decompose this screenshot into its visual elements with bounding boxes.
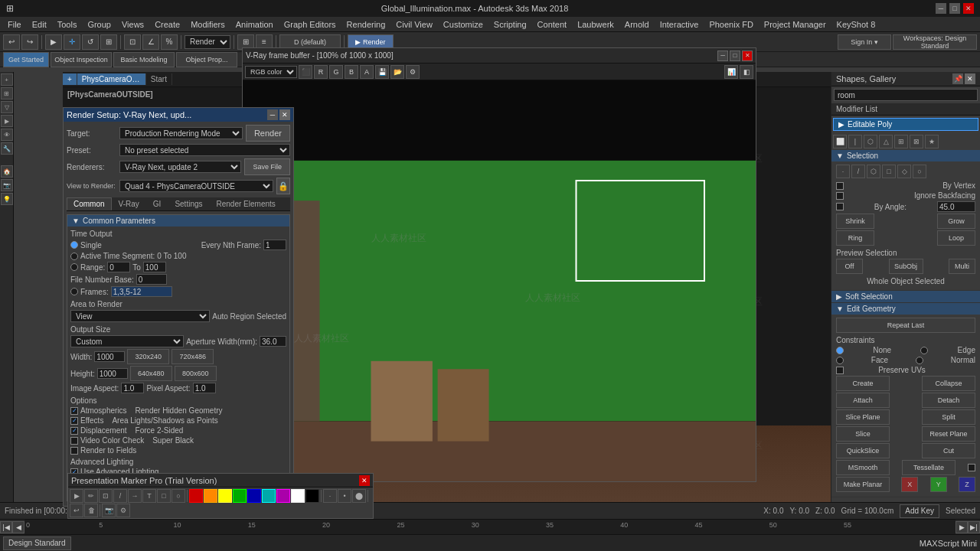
- menu-create[interactable]: Create: [150, 18, 185, 31]
- pmp-btn-arrow[interactable]: →: [128, 489, 142, 503]
- vfb-minimize[interactable]: ─: [717, 51, 728, 61]
- slice-button[interactable]: Slice: [836, 426, 890, 442]
- vfb-compare-btn[interactable]: ◧: [740, 65, 753, 79]
- attach-button[interactable]: Attach: [836, 393, 890, 408]
- loop-button[interactable]: Loop: [937, 230, 975, 246]
- rp-icon-1[interactable]: ⬜: [833, 135, 847, 148]
- renderer-combo[interactable]: V-Ray Next, update 2: [119, 161, 241, 173]
- cut-button[interactable]: Cut: [922, 443, 975, 458]
- menu-edit[interactable]: Edit: [28, 18, 51, 31]
- object-properties-tab[interactable]: Object Prop...: [176, 52, 237, 67]
- vfb-open-btn[interactable]: 📂: [390, 65, 404, 79]
- preset-combo[interactable]: No preset selected: [119, 144, 290, 156]
- selection-header[interactable]: ▼ Selection: [831, 150, 980, 161]
- menu-file[interactable]: File: [3, 18, 26, 31]
- shrink-button[interactable]: Shrink: [836, 214, 874, 229]
- redo-button[interactable]: ↪: [21, 34, 38, 50]
- basic-modeling-tab[interactable]: Basic Modeling: [113, 52, 175, 67]
- preserve-uvs-cb[interactable]: [836, 367, 844, 374]
- quickslice-button[interactable]: QuickSlice: [836, 443, 890, 458]
- sidebar-camera-icon[interactable]: 📷: [1, 179, 13, 191]
- sign-in-button[interactable]: Sign In ▾: [838, 34, 891, 50]
- sel-element-icon[interactable]: ◇: [897, 165, 911, 178]
- collapse-button[interactable]: Collapse: [922, 376, 975, 391]
- target-combo[interactable]: Production Rendering Mode: [119, 127, 243, 139]
- timeline-next-button[interactable]: ▶: [956, 521, 968, 533]
- pmp-color-blue[interactable]: [247, 489, 261, 503]
- quad-tab-start[interactable]: Start: [146, 73, 172, 85]
- effects-cb[interactable]: ✓: [70, 417, 78, 425]
- rp-icon-2[interactable]: |: [848, 135, 862, 148]
- workspace-button[interactable]: Workspaces: Design Standard: [893, 34, 977, 50]
- pmp-size-lg[interactable]: ⬤: [352, 489, 366, 503]
- range-from-input[interactable]: [107, 262, 130, 272]
- render-setup-close[interactable]: ✕: [279, 109, 290, 120]
- render-setup-minimize[interactable]: ─: [267, 109, 278, 120]
- right-panel-close[interactable]: ✕: [965, 73, 975, 84]
- pmp-color-yellow[interactable]: [218, 489, 232, 503]
- common-params-header[interactable]: ▼ Common Parameters: [67, 215, 289, 227]
- timeline-prev-button[interactable]: ◀: [12, 521, 24, 533]
- pmp-undo[interactable]: ↩: [70, 504, 83, 517]
- pmp-size-sm[interactable]: ·: [323, 489, 337, 503]
- ring-button[interactable]: Ring: [836, 230, 874, 246]
- height-input[interactable]: [97, 368, 128, 379]
- pmp-color-magenta[interactable]: [276, 489, 290, 503]
- menu-views[interactable]: Views: [117, 18, 149, 31]
- video-color-cb[interactable]: [70, 437, 78, 445]
- rp-icon-5[interactable]: ⊞: [894, 135, 908, 148]
- get-started-tab[interactable]: Get Started: [3, 52, 49, 67]
- pmp-screenshot[interactable]: 📷: [102, 504, 116, 517]
- width-preset2[interactable]: 720x486: [172, 349, 214, 364]
- pmp-btn-text[interactable]: T: [142, 489, 156, 503]
- sidebar-utilities-icon[interactable]: 🔧: [1, 142, 13, 155]
- common-tab[interactable]: Common: [67, 197, 112, 210]
- minimize-button[interactable]: ─: [936, 3, 946, 14]
- vfb-tb-btn5[interactable]: A: [360, 65, 374, 79]
- slice-plane-button[interactable]: Slice Plane: [836, 409, 890, 425]
- pmp-btn-eraser[interactable]: ⊡: [99, 489, 113, 503]
- soft-selection-header[interactable]: ▶ Soft Selection: [831, 291, 980, 302]
- output-size-combo[interactable]: Custom: [70, 335, 184, 347]
- design-standard-button[interactable]: Design Standard: [3, 536, 71, 550]
- height-preset2[interactable]: 800x600: [175, 366, 217, 381]
- off-button[interactable]: Off: [836, 259, 863, 274]
- quad-tab-add[interactable]: +: [63, 73, 77, 85]
- pmp-settings[interactable]: ⚙: [116, 504, 130, 517]
- vray-tab[interactable]: V-Ray: [112, 197, 146, 210]
- vfb-settings-btn[interactable]: ⚙: [406, 65, 420, 79]
- by-angle-input[interactable]: [937, 201, 975, 212]
- move-button[interactable]: ✛: [64, 34, 80, 50]
- range-to-input[interactable]: [143, 262, 166, 272]
- displacement-cb[interactable]: ✓: [70, 427, 78, 435]
- z-button[interactable]: Z: [959, 477, 975, 492]
- pmp-btn-line[interactable]: /: [113, 489, 127, 503]
- render-button[interactable]: Render: [246, 125, 290, 142]
- modifier-search-input[interactable]: [834, 89, 978, 101]
- reset-plane-button[interactable]: Reset Plane: [922, 426, 975, 442]
- menu-arnold[interactable]: Arnold: [620, 18, 654, 31]
- aperture-input[interactable]: [260, 336, 286, 347]
- vfb-tb-btn3[interactable]: G: [329, 65, 343, 79]
- vfb-save-btn[interactable]: 💾: [375, 65, 389, 79]
- pmp-color-green[interactable]: [233, 489, 247, 503]
- edge-radio[interactable]: [920, 347, 928, 354]
- snap-button[interactable]: ⊡: [124, 34, 141, 50]
- file-num-input[interactable]: [136, 274, 167, 285]
- frames-input[interactable]: [111, 286, 172, 297]
- percent-snap-button[interactable]: %: [161, 34, 178, 50]
- rp-icon-7[interactable]: ★: [925, 135, 939, 148]
- menu-graph-editors[interactable]: Graph Editors: [279, 18, 341, 31]
- by-angle-cb[interactable]: [836, 203, 844, 210]
- area-combo[interactable]: View: [70, 310, 210, 322]
- repeat-last-button[interactable]: Repeat Last: [836, 318, 975, 333]
- pmp-color-orange[interactable]: [204, 489, 217, 503]
- pmp-color-white[interactable]: [291, 489, 305, 503]
- timeline-track[interactable]: 0 5 10 15 20 25 30 35 40 45 50 55: [24, 520, 956, 534]
- sidebar-display-icon[interactable]: 👁: [1, 129, 13, 141]
- maximize-button[interactable]: □: [949, 3, 960, 14]
- pmp-clear[interactable]: 🗑: [84, 504, 98, 517]
- quad-tab-physc[interactable]: PhysCameraOUTSIDE: [77, 73, 146, 85]
- lock-view-button[interactable]: 🔒: [276, 178, 290, 194]
- render-fields-cb[interactable]: [70, 447, 78, 455]
